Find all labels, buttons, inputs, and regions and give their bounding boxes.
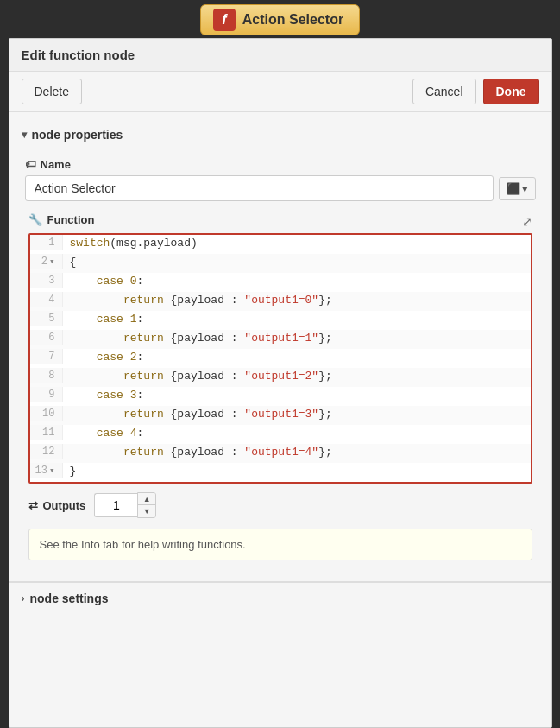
expand-icon[interactable]: ⤢ bbox=[522, 215, 532, 229]
spinner-down-button[interactable]: ▼ bbox=[138, 505, 155, 517]
code-line-3: 3 case 0: bbox=[30, 273, 531, 292]
spinner-up-button[interactable]: ▲ bbox=[138, 493, 155, 505]
wrench-icon: 🔧 bbox=[28, 213, 42, 226]
code-line-11: 11 case 4: bbox=[30, 425, 531, 444]
code-line-13: 13▾ } bbox=[30, 463, 531, 482]
function-field-group: 🔧 Function ⤢ 1 switch(msg.payload) 2▾ { bbox=[22, 213, 539, 560]
delete-button[interactable]: Delete bbox=[22, 79, 82, 104]
function-icon: f bbox=[213, 9, 236, 31]
outputs-label: ⇄ Outputs bbox=[28, 499, 86, 512]
name-field-row: ⬛ ▾ bbox=[25, 175, 536, 201]
main-panel: Edit function node Delete Cancel Done ▾ … bbox=[9, 38, 552, 728]
code-line-5: 5 case 1: bbox=[30, 311, 531, 330]
panel-title: Edit function node bbox=[22, 47, 539, 62]
title-badge: f Action Selector bbox=[200, 4, 360, 35]
chevron-down-icon: ▾ bbox=[22, 129, 27, 141]
node-properties-section: ▾ node properties 🏷 Name ⬛ ▾ 🔧 Fu bbox=[9, 112, 551, 581]
function-header: 🔧 Function ⤢ bbox=[25, 213, 536, 230]
toolbar: Delete Cancel Done bbox=[9, 72, 551, 112]
copy-icon: ⬛ bbox=[507, 182, 520, 195]
node-properties-label: node properties bbox=[32, 128, 123, 142]
name-label: 🏷 Name bbox=[25, 158, 536, 171]
node-settings-label: node settings bbox=[30, 592, 109, 605]
code-line-12: 12 return {payload : "output1=4"}; bbox=[30, 444, 531, 463]
title-bar: f Action Selector bbox=[0, 0, 560, 38]
node-properties-header[interactable]: ▾ node properties bbox=[22, 121, 539, 149]
panel-header: Edit function node bbox=[9, 39, 551, 72]
name-field-group: 🏷 Name ⬛ ▾ bbox=[22, 158, 539, 201]
outputs-value[interactable] bbox=[94, 493, 137, 517]
chevron-right-icon: › bbox=[22, 592, 25, 605]
code-line-8: 8 return {payload : "output1=2"}; bbox=[30, 368, 531, 387]
outputs-icon: ⇄ bbox=[28, 499, 38, 512]
code-line-2: 2▾ { bbox=[30, 254, 531, 273]
code-line-1: 1 switch(msg.payload) bbox=[30, 235, 531, 254]
code-line-6: 6 return {payload : "output1=1"}; bbox=[30, 330, 531, 349]
tag-icon: 🏷 bbox=[25, 158, 36, 171]
name-type-button[interactable]: ⬛ ▾ bbox=[499, 177, 536, 200]
code-line-4: 4 return {payload : "output1=0"}; bbox=[30, 292, 531, 311]
chevron-down-icon: ▾ bbox=[522, 182, 528, 195]
info-box: See the Info tab for help writing functi… bbox=[28, 529, 532, 560]
cancel-button[interactable]: Cancel bbox=[412, 79, 476, 104]
title-text: Action Selector bbox=[242, 12, 343, 28]
function-label: 🔧 Function bbox=[28, 213, 95, 226]
node-settings-section: › node settings bbox=[9, 582, 551, 614]
name-input[interactable] bbox=[25, 175, 494, 201]
code-line-7: 7 case 2: bbox=[30, 349, 531, 368]
done-button[interactable]: Done bbox=[483, 79, 539, 104]
node-settings-header[interactable]: › node settings bbox=[22, 592, 539, 605]
outputs-spinner: ▲ ▼ bbox=[94, 492, 156, 518]
spinner-buttons: ▲ ▼ bbox=[137, 492, 156, 518]
code-line-9: 9 case 3: bbox=[30, 387, 531, 406]
code-editor[interactable]: 1 switch(msg.payload) 2▾ { 3 case 0: 4 bbox=[28, 233, 532, 484]
outputs-row: ⇄ Outputs ▲ ▼ bbox=[25, 484, 536, 523]
code-line-10: 10 return {payload : "output1=3"}; bbox=[30, 406, 531, 425]
